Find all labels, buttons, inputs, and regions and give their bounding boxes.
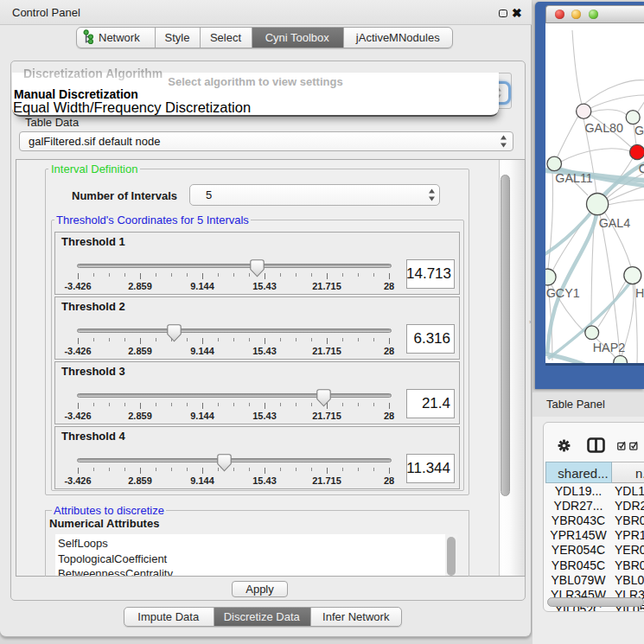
svg-text:GCY1: GCY1 (546, 286, 580, 300)
svg-text:GAL4: GAL4 (599, 216, 631, 230)
svg-text:H: H (635, 286, 644, 300)
svg-text:GAL80: GAL80 (585, 121, 624, 135)
svg-text:GAL11: GAL11 (555, 171, 592, 185)
svg-text:C.: C. (639, 162, 644, 175)
svg-text:HAP2: HAP2 (593, 341, 625, 354)
svg-text:GA: GA (634, 124, 644, 137)
